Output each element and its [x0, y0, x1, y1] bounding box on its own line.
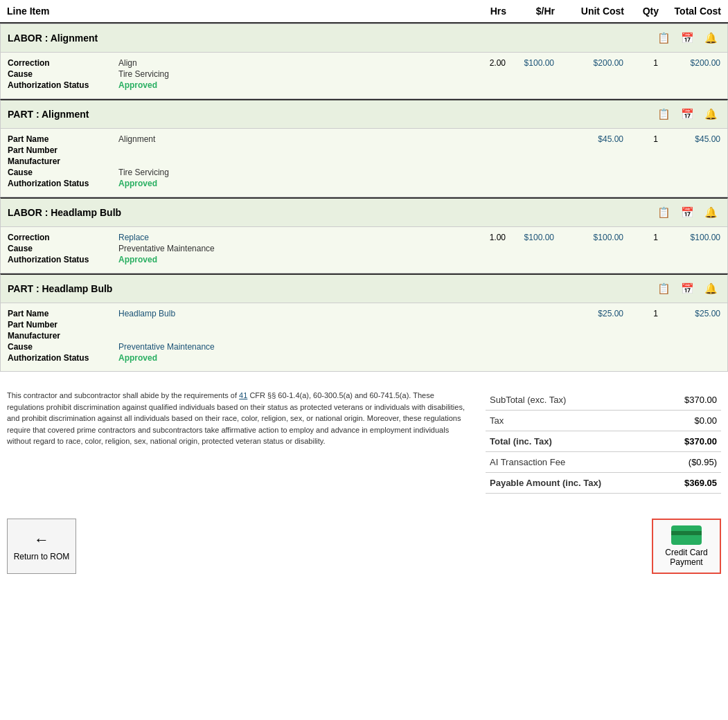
field-value: Preventative Maintenance — [118, 244, 215, 253]
detail-left-labor-headlamp: CorrectionReplaceCausePreventative Maint… — [8, 233, 450, 266]
cfr-link[interactable]: 41 — [239, 391, 247, 399]
detail-row: CauseTire Servicing — [8, 168, 450, 177]
credit-card-button-label: Credit Card Payment — [653, 548, 720, 567]
full-detail-row-labor-headlamp: CorrectionReplaceCausePreventative Maint… — [8, 233, 720, 266]
return-button-label: Return to ROM — [14, 552, 70, 561]
full-detail-row-labor-alignment: CorrectionAlignCauseTire ServicingAuthor… — [8, 58, 720, 91]
col-header-qty: Qty — [624, 6, 659, 17]
nums-part-alignment: $45.001$45.00 — [450, 134, 720, 144]
alert-icon-labor-alignment[interactable]: 🔔 — [701, 30, 720, 46]
section-header-part-alignment: PART : Alignment📋📅🔔 — [1, 100, 727, 129]
detail-row: Part Number — [8, 145, 450, 155]
line-items-container: LABOR : Alignment📋📅🔔CorrectionAlignCause… — [0, 24, 728, 372]
section-body-labor-headlamp: CorrectionReplaceCausePreventative Maint… — [1, 227, 727, 273]
table-header: Line Item Hrs $/Hr Unit Cost Qty Total C… — [0, 0, 728, 24]
field-label: Authorization Status — [8, 353, 118, 363]
field-value: Approved — [118, 353, 157, 363]
field-label: Part Name — [8, 309, 118, 318]
section-header-labor-alignment: LABOR : Alignment📋📅🔔 — [1, 24, 727, 53]
field-label: Manufacturer — [8, 156, 118, 166]
section-body-part-headlamp: Part NameHeadlamp BulbPart NumberManufac… — [1, 303, 727, 371]
qty-value: 1 — [623, 58, 658, 68]
field-value: Approved — [118, 179, 157, 188]
field-label: Part Number — [8, 320, 118, 330]
field-label: Manufacturer — [8, 331, 118, 341]
credit-card-icon — [671, 525, 702, 545]
detail-left-labor-alignment: CorrectionAlignCauseTire ServicingAuthor… — [8, 58, 450, 91]
col-header-shr: $/Hr — [506, 6, 555, 17]
alert-icon-part-alignment[interactable]: 🔔 — [701, 106, 720, 123]
detail-row: Part Number — [8, 320, 450, 330]
total-value: $25.00 — [658, 309, 720, 318]
payable-value: $369.05 — [662, 473, 721, 494]
detail-row: Manufacturer — [8, 331, 450, 341]
ai-fee-label: AI Transaction Fee — [486, 452, 662, 473]
payable-row: Payable Amount (inc. Tax) $369.05 — [486, 473, 721, 494]
subtotal-value: $370.00 — [662, 390, 721, 411]
field-label: Cause — [8, 168, 118, 177]
section-icons-labor-headlamp: 📋📅🔔 — [654, 204, 720, 221]
hrs-value: 2.00 — [450, 58, 506, 68]
clipboard-icon-part-headlamp[interactable]: 📋 — [654, 280, 673, 297]
section-body-part-alignment: Part NameAlignmentPart NumberManufacture… — [1, 129, 727, 197]
detail-left-part-alignment: Part NameAlignmentPart NumberManufacture… — [8, 134, 450, 190]
nums-labor-alignment: 2.00$100.00$200.001$200.00 — [450, 58, 720, 68]
calendar-icon-part-alignment[interactable]: 📅 — [677, 106, 697, 123]
subtotal-row: SubTotal (exc. Tax) $370.00 — [486, 390, 721, 411]
field-label: Correction — [8, 233, 118, 242]
clipboard-icon-labor-headlamp[interactable]: 📋 — [654, 204, 673, 221]
shr-value: $100.00 — [506, 233, 554, 242]
total-value: $45.00 — [658, 134, 720, 144]
unit-cost-value: $100.00 — [554, 233, 623, 242]
total-label: Total (inc. Tax) — [486, 431, 662, 452]
calendar-icon-labor-headlamp[interactable]: 📅 — [677, 204, 697, 221]
detail-row: Authorization StatusApproved — [8, 179, 450, 188]
unit-cost-value: $200.00 — [554, 58, 623, 68]
ai-fee-value: ($0.95) — [662, 452, 721, 473]
subtotal-label: SubTotal (exc. Tax) — [486, 390, 662, 411]
full-detail-row-part-alignment: Part NameAlignmentPart NumberManufacture… — [8, 134, 720, 190]
line-item-section-labor-alignment: LABOR : Alignment📋📅🔔CorrectionAlignCause… — [0, 24, 728, 99]
footer-bar: ← Return to ROM Credit Card Payment — [0, 512, 728, 581]
field-label: Cause — [8, 69, 118, 79]
totals-panel: SubTotal (exc. Tax) $370.00 Tax $0.00 To… — [486, 390, 721, 494]
unit-cost-value: $45.00 — [554, 134, 623, 144]
back-arrow-icon: ← — [34, 531, 49, 549]
field-value: Preventative Maintenance — [118, 342, 215, 352]
detail-row: CorrectionReplace — [8, 233, 450, 242]
line-item-section-labor-headlamp: LABOR : Headlamp Bulb📋📅🔔CorrectionReplac… — [0, 197, 728, 273]
qty-value: 1 — [623, 309, 658, 318]
alert-icon-labor-headlamp[interactable]: 🔔 — [701, 204, 720, 221]
return-to-rom-button[interactable]: ← Return to ROM — [7, 519, 76, 574]
legal-text: This contractor and subcontractor shall … — [7, 390, 472, 494]
section-icons-part-headlamp: 📋📅🔔 — [654, 280, 720, 297]
field-value: Alignment — [118, 134, 155, 144]
clipboard-icon-part-alignment[interactable]: 📋 — [654, 106, 673, 123]
alert-icon-part-headlamp[interactable]: 🔔 — [701, 280, 720, 297]
section-icons-labor-alignment: 📋📅🔔 — [654, 30, 720, 46]
clipboard-icon-labor-alignment[interactable]: 📋 — [654, 30, 673, 46]
full-detail-row-part-headlamp: Part NameHeadlamp BulbPart NumberManufac… — [8, 309, 720, 364]
section-icons-part-alignment: 📋📅🔔 — [654, 106, 720, 123]
calendar-icon-part-headlamp[interactable]: 📅 — [677, 280, 697, 297]
section-title-part-headlamp: PART : Headlamp Bulb — [8, 283, 654, 294]
detail-row: Authorization StatusApproved — [8, 255, 450, 264]
detail-row: Part NameAlignment — [8, 134, 450, 144]
field-value: Headlamp Bulb — [118, 309, 175, 318]
tax-value: $0.00 — [662, 411, 721, 431]
detail-row: CauseTire Servicing — [8, 69, 450, 79]
field-label: Correction — [8, 58, 118, 68]
nums-part-headlamp: $25.001$25.00 — [450, 309, 720, 318]
section-header-part-headlamp: PART : Headlamp Bulb📋📅🔔 — [1, 275, 727, 303]
tax-label: Tax — [486, 411, 662, 431]
detail-left-part-headlamp: Part NameHeadlamp BulbPart NumberManufac… — [8, 309, 450, 364]
detail-row: CausePreventative Maintenance — [8, 244, 450, 253]
line-item-section-part-headlamp: PART : Headlamp Bulb📋📅🔔Part NameHeadlamp… — [0, 273, 728, 372]
field-label: Cause — [8, 342, 118, 352]
calendar-icon-labor-alignment[interactable]: 📅 — [677, 30, 697, 46]
field-value: Approved — [118, 80, 157, 90]
field-value: Tire Servicing — [118, 168, 169, 177]
col-header-total-cost: Total Cost — [659, 6, 721, 17]
detail-row: Authorization StatusApproved — [8, 353, 450, 363]
credit-card-payment-button[interactable]: Credit Card Payment — [652, 519, 721, 574]
